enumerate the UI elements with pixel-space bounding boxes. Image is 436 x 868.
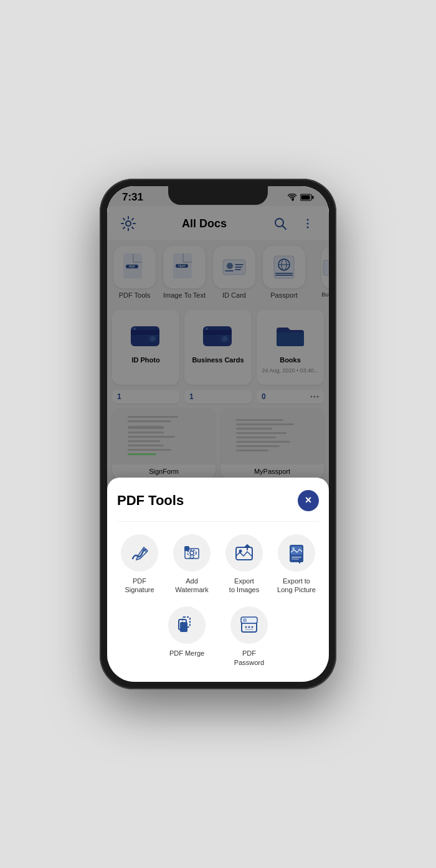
svg-rect-45: [184, 546, 189, 551]
signature-icon: [129, 542, 150, 564]
sheet-title: PDF Tools: [117, 493, 184, 509]
svg-point-47: [239, 549, 242, 552]
svg-rect-58: [243, 618, 247, 622]
phone-screen: 7:31: [107, 186, 329, 682]
tools-row2: PDF Merge: [117, 606, 319, 667]
svg-rect-51: [291, 557, 301, 558]
export-image-icon: [234, 542, 255, 564]
password-icon: [239, 615, 260, 636]
tool-pdf-merge[interactable]: PDF Merge: [168, 606, 206, 667]
phone-frame: 7:31: [0, 0, 436, 868]
watermark-icon: [181, 542, 202, 564]
tool-label-pdf-signature: PDF Signature: [125, 577, 154, 595]
export-long-icon: [286, 542, 307, 564]
notch: [168, 186, 268, 205]
tool-label-export-long: Export to Long Picture: [277, 577, 316, 595]
bottom-sheet: PDF Tools ×: [107, 478, 329, 682]
tool-label-export-images: Export to Images: [229, 577, 259, 595]
close-button[interactable]: ×: [298, 490, 319, 511]
tool-pdf-password[interactable]: PDF Password: [230, 606, 268, 667]
tool-label-pdf-password: PDF Password: [234, 649, 264, 667]
svg-rect-55: [180, 622, 187, 632]
tools-grid: PDF Signature: [117, 534, 319, 595]
sheet-divider: [117, 521, 319, 522]
close-icon: ×: [305, 494, 312, 507]
phone-body: 7:31: [100, 179, 336, 689]
merge-icon: [176, 615, 197, 636]
tool-add-watermark[interactable]: Add Watermark: [169, 534, 214, 595]
svg-point-61: [252, 626, 254, 628]
tool-pdf-signature[interactable]: PDF Signature: [117, 534, 162, 595]
tool-export-long[interactable]: Export to Long Picture: [274, 534, 319, 595]
sheet-header: PDF Tools ×: [117, 490, 319, 511]
tool-label-add-watermark: Add Watermark: [175, 577, 208, 595]
svg-point-44: [190, 551, 194, 555]
svg-point-50: [292, 547, 295, 550]
svg-rect-52: [291, 559, 299, 560]
svg-point-60: [249, 626, 250, 628]
tool-label-pdf-merge: PDF Merge: [169, 649, 204, 658]
tool-export-images[interactable]: Export to Images: [222, 534, 267, 595]
svg-rect-62: [245, 629, 254, 630]
svg-point-59: [245, 626, 247, 628]
